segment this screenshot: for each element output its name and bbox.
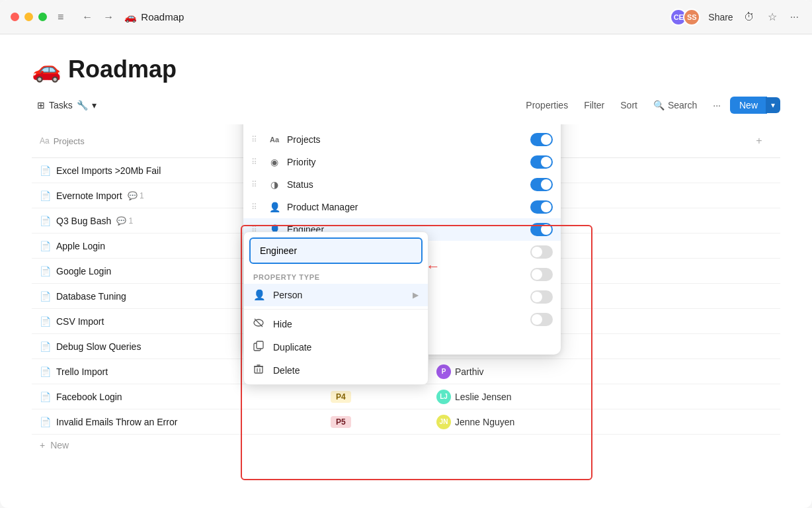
page-title-text: Roadmap bbox=[68, 56, 177, 83]
page-title: 🚗 Roadmap bbox=[32, 56, 780, 83]
new-dropdown-button[interactable]: ▾ bbox=[766, 97, 780, 113]
red-arrow-indicator: ← bbox=[426, 258, 440, 275]
table-row[interactable]: 📄 Facebook Login P4 LJ Leslie Jensen bbox=[32, 384, 780, 409]
panel-property-row-status[interactable]: ⠿ ◑ Status bbox=[243, 173, 561, 196]
type-toggle[interactable] bbox=[530, 313, 553, 326]
history-button[interactable]: ⏱ bbox=[741, 10, 757, 24]
drag-handle-icon: ⠿ bbox=[251, 135, 262, 144]
add-row-label: New bbox=[50, 440, 69, 450]
rename-popup: PROPERTY TYPE 👤 Person ▶ Hide bbox=[243, 232, 428, 385]
status-toggle[interactable] bbox=[530, 178, 553, 191]
new-button-group: New ▾ bbox=[730, 97, 780, 114]
row-engineer: P Parthiv bbox=[428, 360, 780, 383]
row-name: Invalid Emails Throw an Error bbox=[56, 417, 177, 427]
doc-icon: 📄 bbox=[40, 190, 51, 201]
back-button[interactable]: ← bbox=[79, 9, 95, 26]
row-engineer: LJ Leslie Jensen bbox=[428, 386, 780, 408]
traffic-lights bbox=[11, 13, 47, 21]
rename-input[interactable] bbox=[249, 237, 423, 264]
share-button[interactable]: Share bbox=[708, 12, 733, 22]
page-header: 🚗 Roadmap bbox=[32, 34, 780, 94]
person-label: Person bbox=[273, 290, 302, 300]
wrench-icon: 🔧 bbox=[77, 100, 88, 110]
view-selector[interactable]: ⊞ Tasks 🔧 ▾ bbox=[32, 97, 102, 113]
main-window: ≡ ← → 🚗 Roadmap CE SS Share ⏱ ☆ ··· 🚗 Ro… bbox=[0, 0, 812, 508]
doc-icon: 📄 bbox=[40, 241, 51, 251]
nav-buttons: ← → bbox=[79, 9, 116, 26]
search-button[interactable]: 🔍 Search bbox=[647, 97, 704, 114]
add-row-button[interactable]: + New bbox=[32, 435, 780, 456]
minimize-button[interactable] bbox=[24, 13, 33, 21]
row-name: Debug Slow Queries bbox=[56, 341, 141, 352]
row-name: CSV Import bbox=[56, 316, 104, 327]
row-engineer: JN Jenne Nguyen bbox=[428, 411, 780, 433]
star-button[interactable]: ☆ bbox=[765, 9, 780, 24]
row-projects: 📄 Facebook Login bbox=[32, 388, 323, 406]
avatar: LJ bbox=[436, 390, 451, 404]
car-emoji: 🚗 bbox=[124, 11, 137, 23]
prop-name: Status bbox=[287, 179, 524, 190]
priority-icon: ◉ bbox=[268, 157, 280, 167]
doc-icon: 📄 bbox=[40, 366, 51, 377]
delete-label: Delete bbox=[273, 365, 300, 376]
properties-button[interactable]: Properties bbox=[519, 97, 575, 114]
avatar: P bbox=[436, 364, 451, 379]
menu-button[interactable]: ≡ bbox=[55, 9, 66, 26]
panel-property-row-projects[interactable]: ⠿ Aa Projects bbox=[243, 128, 561, 151]
drag-handle-icon: ⠿ bbox=[251, 180, 262, 189]
window-title: 🚗 Roadmap bbox=[124, 11, 184, 23]
plus-icon: + bbox=[40, 440, 45, 450]
table-icon: ⊞ bbox=[37, 100, 45, 110]
titlebar-right: CE SS Share ⏱ ☆ ··· bbox=[670, 9, 801, 26]
row-priority: P5 bbox=[323, 411, 428, 432]
panel-property-row-priority[interactable]: ⠿ ◉ Priority bbox=[243, 151, 561, 173]
more-options-button[interactable]: ··· bbox=[706, 97, 727, 114]
close-button[interactable] bbox=[11, 13, 19, 21]
row-name: Evernote Import bbox=[56, 190, 122, 201]
row-name: Apple Login bbox=[56, 241, 105, 251]
row-name: Database Tuning bbox=[56, 291, 126, 302]
window-title-text: Roadmap bbox=[141, 11, 184, 22]
filter-button[interactable]: Filter bbox=[577, 97, 611, 114]
person-icon: 👤 bbox=[268, 202, 280, 212]
new-button[interactable]: New bbox=[730, 97, 767, 114]
projects-toggle[interactable] bbox=[530, 133, 553, 146]
comment-badge: 💬 1 bbox=[116, 216, 133, 226]
filter-label: Filter bbox=[584, 100, 604, 110]
maximize-button[interactable] bbox=[38, 13, 47, 21]
priority-toggle[interactable] bbox=[530, 155, 553, 169]
table-row[interactable]: 📄 Invalid Emails Throw an Error P5 JN Je… bbox=[32, 409, 780, 435]
prop-name: Product Manager bbox=[287, 202, 524, 212]
sort-button[interactable]: Sort bbox=[614, 97, 644, 114]
duplicate-label: Duplicate bbox=[273, 342, 311, 353]
add-column-button[interactable]: + bbox=[746, 130, 772, 152]
chevron-right-icon: ▶ bbox=[413, 290, 419, 300]
forward-button[interactable]: → bbox=[101, 9, 116, 26]
properties-label: Properties bbox=[526, 100, 568, 110]
engineer-name: Leslie Jensen bbox=[455, 392, 512, 402]
drag-handle-icon: ⠿ bbox=[251, 157, 262, 167]
time-toggle[interactable] bbox=[530, 290, 553, 304]
toolbar-left: ⊞ Tasks 🔧 ▾ bbox=[32, 97, 102, 113]
person-type-option[interactable]: 👤 Person ▶ bbox=[244, 284, 428, 306]
avatar: JN bbox=[436, 415, 451, 429]
trash-icon bbox=[253, 364, 266, 376]
chevron-down-icon: ▾ bbox=[92, 100, 97, 110]
delete-option[interactable]: Delete bbox=[244, 359, 428, 382]
doc-icon: 📄 bbox=[40, 216, 51, 226]
row-name: Excel Imports >20Mb Fail bbox=[56, 165, 161, 176]
sprint-toggle[interactable] bbox=[530, 245, 553, 259]
more-button[interactable]: ··· bbox=[788, 10, 801, 24]
engineer-toggle[interactable] bbox=[530, 223, 553, 236]
hide-label: Hide bbox=[273, 319, 292, 329]
doc-icon: 📄 bbox=[40, 266, 51, 276]
created-toggle[interactable] bbox=[530, 268, 553, 281]
duplicate-option[interactable]: Duplicate bbox=[244, 335, 428, 359]
aa-icon: Aa bbox=[268, 136, 280, 144]
panel-property-row-product-manager[interactable]: ⠿ 👤 Product Manager bbox=[243, 196, 561, 218]
svg-rect-3 bbox=[257, 341, 263, 349]
row-projects: 📄 Invalid Emails Throw an Error bbox=[32, 413, 323, 431]
engineer-name: Jenne Nguyen bbox=[455, 417, 514, 427]
product-manager-toggle[interactable] bbox=[530, 200, 553, 214]
hide-option[interactable]: Hide bbox=[244, 312, 428, 335]
